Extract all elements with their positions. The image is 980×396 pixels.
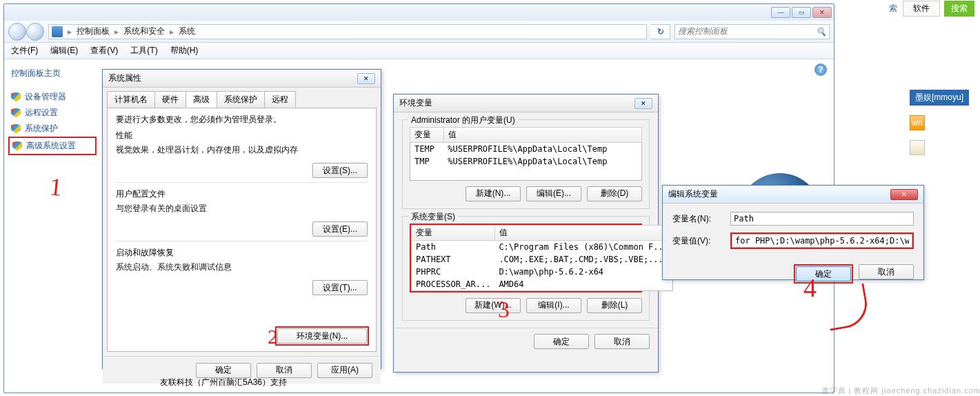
- help-icon[interactable]: ?: [814, 63, 827, 76]
- shield-icon: [11, 124, 21, 134]
- menu-tools[interactable]: 工具(T): [130, 45, 157, 57]
- var-value-input[interactable]: [732, 234, 912, 248]
- sys-del-btn[interactable]: 删除(L): [587, 298, 642, 313]
- table-row: PATHEXT.COM;.EXE;.BAT;.CMD;.VBS;.VBE;...: [412, 253, 673, 266]
- search-placeholder: 搜索控制面板: [678, 26, 728, 37]
- nav-back[interactable]: [8, 23, 26, 41]
- annotation-3: 3: [498, 297, 510, 323]
- sysprops-title: 系统属性: [108, 72, 141, 84]
- perf-desc: 视觉效果，处理器计划，内存使用，以及虚拟内存: [116, 144, 368, 156]
- nav-forward[interactable]: [26, 23, 44, 41]
- annotation-4-arrow: [823, 283, 871, 331]
- edit-sysvar-dialog: 编辑系统变量 ✕ 变量名(N): 变量值(V): 确定 取消: [662, 185, 924, 280]
- support-text: 友联科技（广州百脑汇5A36）支持: [160, 377, 287, 388]
- startup-settings-btn[interactable]: 设置(T)...: [312, 280, 368, 295]
- editvar-title: 编辑系统变量: [668, 188, 718, 200]
- envvars-title: 环境变量: [399, 97, 432, 109]
- cp-home-link[interactable]: 控制面板主页: [11, 68, 94, 79]
- table-row: PHPRCD:\wamp\php-5.6.2-x64: [412, 266, 673, 278]
- menu-file[interactable]: 文件(F): [11, 45, 38, 57]
- sysprops-ok[interactable]: 确定: [196, 363, 251, 378]
- envvars-cancel[interactable]: 取消: [594, 334, 650, 349]
- maximize-button[interactable]: ▭: [792, 7, 811, 18]
- sys-new-btn[interactable]: 新建(W)...: [466, 298, 521, 313]
- annotation-4: 4: [803, 273, 817, 303]
- annotation-2: 2: [268, 325, 278, 348]
- tab-hardware[interactable]: 硬件: [154, 91, 186, 108]
- right-btn-generic[interactable]: [910, 140, 925, 155]
- startup-label: 启动和故障恢复: [116, 247, 368, 259]
- sysprops-cancel[interactable]: 取消: [257, 363, 312, 378]
- link-device-mgr[interactable]: 设备管理器: [11, 89, 94, 105]
- envvars-close[interactable]: ✕: [634, 98, 652, 109]
- user-vars-table[interactable]: 变量值 TEMP%USERPROFILE%\AppData\Local\Temp…: [410, 127, 642, 181]
- tab-computername[interactable]: 计算机名: [107, 91, 155, 108]
- table-row: TMP%USERPROFILE%\AppData\Local\Temp: [410, 155, 642, 168]
- startup-desc: 系统启动、系统失败和调试信息: [116, 261, 368, 273]
- crumb-0[interactable]: 控制面板: [77, 26, 110, 37]
- userprof-settings-btn[interactable]: 设置(E)...: [312, 221, 368, 237]
- link-sysprotect[interactable]: 系统保护: [11, 121, 94, 137]
- cp-search[interactable]: 搜索控制面板 🔍: [674, 24, 830, 39]
- sys-vars-title: 系统变量(S): [408, 211, 458, 223]
- editvar-cancel[interactable]: 取消: [859, 264, 914, 279]
- var-value-label: 变量值(V):: [672, 235, 722, 247]
- env-vars-dialog: 环境变量 ✕ Administrator 的用户变量(U) 变量值 TEMP%U…: [393, 94, 659, 373]
- link-advanced[interactable]: 高级系统设置: [8, 137, 97, 155]
- admin-notice: 要进行大多数更改，您必须作为管理员登录。: [116, 114, 368, 126]
- sysprops-close[interactable]: ✕: [357, 73, 375, 84]
- search-icon[interactable]: 🔍: [816, 27, 826, 37]
- shield-icon: [11, 108, 21, 118]
- ext-search-hint: 索: [888, 1, 899, 16]
- minimize-button[interactable]: —: [771, 7, 790, 18]
- perf-label: 性能: [116, 130, 368, 141]
- table-row: PathC:\Program Files (x86)\Common F...: [412, 240, 673, 253]
- userprof-label: 用户配置文件: [116, 188, 368, 200]
- tab-remote[interactable]: 远程: [264, 91, 296, 108]
- sys-edit-btn[interactable]: 编辑(I)...: [526, 298, 581, 313]
- userprof-desc: 与您登录有关的桌面设置: [116, 203, 368, 215]
- sys-vars-table[interactable]: 变量值 PathC:\Program Files (x86)\Common F.…: [411, 225, 673, 291]
- tab-advanced[interactable]: 高级: [186, 91, 217, 108]
- cp-sidebar: 控制面板主页 设备管理器 远程设置 系统保护 高级系统设置: [4, 59, 101, 393]
- crumb-2[interactable]: 系统: [179, 26, 195, 37]
- right-tag[interactable]: 墨娱[mmoyu]: [910, 90, 969, 106]
- shield-icon: [12, 141, 22, 151]
- perf-settings-btn[interactable]: 设置(S)...: [312, 163, 368, 178]
- shield-icon: [11, 92, 21, 102]
- table-row: PROCESSOR_AR...AMD64: [412, 278, 673, 291]
- system-icon: [52, 26, 63, 37]
- user-vars-title: Administrator 的用户变量(U): [408, 115, 518, 126]
- crumb-1[interactable]: 系统和安全: [123, 26, 165, 37]
- editvar-close[interactable]: ✕: [890, 189, 918, 200]
- link-remote[interactable]: 远程设置: [11, 105, 94, 121]
- refresh-button[interactable]: ↻: [651, 24, 670, 39]
- cp-menubar: 文件(F) 编辑(E) 查看(V) 工具(T) 帮助(H): [4, 43, 834, 59]
- menu-edit[interactable]: 编辑(E): [50, 45, 78, 57]
- system-properties-dialog: 系统属性 ✕ 计算机名 硬件 高级 系统保护 远程 要进行大多数更改，您必须作为…: [102, 69, 381, 369]
- user-edit-btn[interactable]: 编辑(E)...: [526, 186, 581, 201]
- user-new-btn[interactable]: 新建(N)...: [466, 186, 521, 201]
- ext-search-btn[interactable]: 搜索: [944, 1, 974, 17]
- menu-view[interactable]: 查看(V): [90, 45, 118, 57]
- right-btn-download[interactable]: wn: [910, 115, 925, 130]
- table-row: TEMP%USERPROFILE%\AppData\Local\Temp: [410, 143, 642, 156]
- tab-sysprotect[interactable]: 系统保护: [217, 91, 265, 108]
- envvars-ok[interactable]: 确定: [534, 334, 589, 349]
- var-name-label: 变量名(N):: [672, 213, 722, 225]
- user-del-btn[interactable]: 删除(D): [587, 186, 642, 201]
- cp-titlebar: — ▭ ✕: [4, 4, 834, 21]
- env-vars-btn[interactable]: 环境变量(N)...: [277, 328, 367, 344]
- menu-help[interactable]: 帮助(H): [170, 45, 199, 57]
- close-button[interactable]: ✕: [812, 7, 832, 18]
- ext-tab-software[interactable]: 软件: [903, 1, 940, 17]
- address-bar[interactable]: ▸ 控制面板 ▸ 系统和安全 ▸ 系统: [48, 24, 647, 39]
- watermark: 查字典 | 教程网 jiaocheng.chazidian.com: [821, 386, 981, 396]
- var-name-input[interactable]: [730, 212, 914, 226]
- sysprops-apply[interactable]: 应用(A): [317, 363, 372, 378]
